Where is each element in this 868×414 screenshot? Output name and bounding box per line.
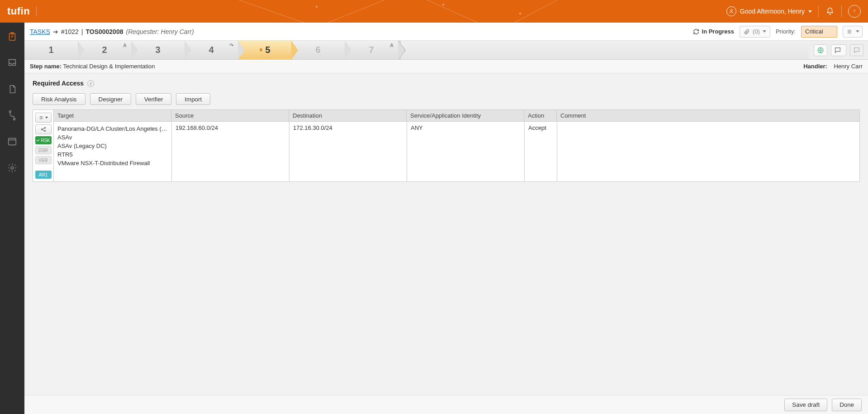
target-item: RTR5 — [57, 150, 168, 159]
svg-point-17 — [44, 127, 45, 128]
user-avatar-icon — [726, 6, 736, 16]
brand-divider — [36, 6, 37, 16]
cell-service: ANY — [407, 122, 525, 181]
done-button[interactable]: Done — [832, 399, 862, 411]
cell-action: Accept — [525, 122, 557, 181]
steps-filler — [401, 41, 809, 59]
header-separator — [818, 5, 819, 17]
nav-tasks-icon[interactable] — [6, 31, 18, 43]
brand-area: tufin — [7, 5, 37, 17]
step-number: 6 — [315, 45, 320, 55]
workflow-step-4[interactable]: 4 ↷ — [185, 41, 238, 59]
user-menu[interactable]: Good Afternoon, Henry — [726, 6, 812, 16]
col-header-destination: Destination — [289, 110, 407, 121]
grid-body-row: Panorama-DG/LA Cluster/Los Angeles (PAN … — [54, 122, 859, 181]
svg-point-12 — [14, 118, 15, 120]
header-right: Good Afternoon, Henry — [726, 5, 861, 18]
svg-point-4 — [316, 6, 318, 8]
priority-select[interactable]: Critical — [801, 26, 837, 38]
left-nav-rail — [0, 23, 24, 414]
app-shell: TASKS ➔ #1022 | TOS0002008 (Requester: H… — [0, 23, 868, 414]
dsr-badge-text: DSR — [38, 148, 48, 153]
col-header-source: Source — [171, 110, 289, 121]
rsk-badge-text: RSK — [41, 138, 50, 143]
svg-line-2 — [407, 0, 498, 23]
col-header-service: Service/Application Identity — [407, 110, 524, 121]
dsr-badge: DSR — [35, 146, 52, 154]
globe-button[interactable] — [814, 44, 827, 56]
step-badge: A — [123, 43, 127, 48]
caret-down-icon — [808, 10, 812, 13]
actions-menu-button[interactable] — [843, 26, 863, 38]
location-pin-icon — [259, 47, 263, 53]
svg-point-18 — [44, 130, 45, 131]
workflow-step-1[interactable]: 1 — [24, 41, 78, 59]
step-info-bar: Step name: Technical Design & Implementa… — [24, 60, 868, 73]
breadcrumb: TASKS ➔ #1022 | TOS0002008 (Requester: H… — [30, 28, 194, 35]
priority-label: Priority: — [776, 28, 796, 35]
import-button[interactable]: Import — [176, 93, 210, 105]
row-controls-column: RSK DSR VER AR1 — [33, 110, 54, 181]
verifier-button[interactable]: Verifier — [136, 93, 171, 105]
refresh-icon[interactable] — [693, 29, 699, 35]
step-name-label: Step name: — [30, 63, 62, 70]
target-item: ASAv (Legacy DC) — [57, 142, 168, 150]
globe-icon — [817, 47, 824, 54]
comment-icon — [853, 47, 860, 54]
grid-header-row: Target Source Destination Service/Applic… — [54, 110, 859, 122]
workflow-steps: 1 2 A 3 4 ↷ 5 6 — [24, 41, 809, 59]
comment-count-button[interactable] — [831, 44, 846, 56]
footer-bar: Save draft Done — [24, 395, 868, 414]
info-icon[interactable]: i — [87, 80, 94, 87]
step-number: 1 — [48, 45, 53, 55]
target-item: ASAv — [57, 133, 168, 142]
breadcrumb-tasks-link[interactable]: TASKS — [30, 28, 50, 35]
svg-point-6 — [519, 13, 521, 14]
col-header-comment: Comment — [557, 110, 859, 121]
caret-down-icon — [856, 30, 859, 33]
header-separator-2 — [841, 5, 842, 17]
designer-button[interactable]: Designer — [90, 93, 131, 105]
step-number: 4 — [209, 45, 213, 55]
nav-documents-icon[interactable] — [6, 83, 18, 95]
cell-target: Panorama-DG/LA Cluster/Los Angeles (PAN … — [54, 122, 172, 181]
caret-down-icon — [763, 30, 766, 33]
rsk-badge: RSK — [35, 136, 52, 144]
workflow-step-6: 6 — [291, 41, 345, 59]
workflow-step-3[interactable]: 3 — [131, 41, 185, 59]
col-header-action: Action — [524, 110, 557, 121]
nav-workflow-icon[interactable] — [6, 109, 18, 121]
help-icon[interactable] — [848, 5, 861, 18]
nav-browser-icon[interactable] — [6, 136, 18, 148]
row-menu-button[interactable] — [35, 113, 52, 123]
breadcrumb-ticket-id: #1022 — [61, 28, 79, 35]
caret-down-icon — [45, 117, 48, 119]
check-icon — [36, 138, 40, 142]
row-share-button[interactable] — [35, 124, 52, 134]
svg-rect-13 — [9, 138, 16, 145]
title-row: TASKS ➔ #1022 | TOS0002008 (Requester: H… — [24, 23, 868, 41]
comment-button[interactable] — [850, 44, 863, 56]
target-item: Panorama-DG/LA Cluster/Los Angeles (PAN … — [57, 124, 168, 133]
svg-point-11 — [9, 111, 11, 113]
workflow-step-5[interactable]: 5 — [238, 41, 291, 59]
notifications-bell-icon[interactable] — [825, 6, 835, 16]
svg-point-5 — [442, 4, 444, 5]
attachments-button[interactable]: (0) — [740, 26, 770, 38]
brand-logo-text: tufin — [7, 5, 30, 17]
risk-analysis-button[interactable]: Risk Analysis — [33, 93, 85, 105]
step-number: 5 — [265, 45, 270, 55]
paperclip-icon — [744, 29, 750, 35]
nav-inbox-icon[interactable] — [6, 57, 18, 69]
cell-source: 192.168.60.0/24 — [172, 122, 289, 181]
menu-lines-icon — [846, 29, 853, 34]
comment-icon — [834, 47, 841, 54]
workflow-step-2[interactable]: 2 A — [78, 41, 131, 59]
steps-toolbar — [809, 41, 868, 59]
access-grid: RSK DSR VER AR1 Target Source Destinatio… — [33, 109, 860, 182]
workflow-steps-bar: 1 2 A 3 4 ↷ 5 6 — [24, 41, 868, 60]
save-draft-button[interactable]: Save draft — [784, 399, 827, 411]
handler-group: Handler: Henry Carr — [803, 63, 863, 70]
breadcrumb-arrow-icon: ➔ — [53, 28, 58, 35]
nav-settings-icon[interactable] — [6, 162, 18, 174]
